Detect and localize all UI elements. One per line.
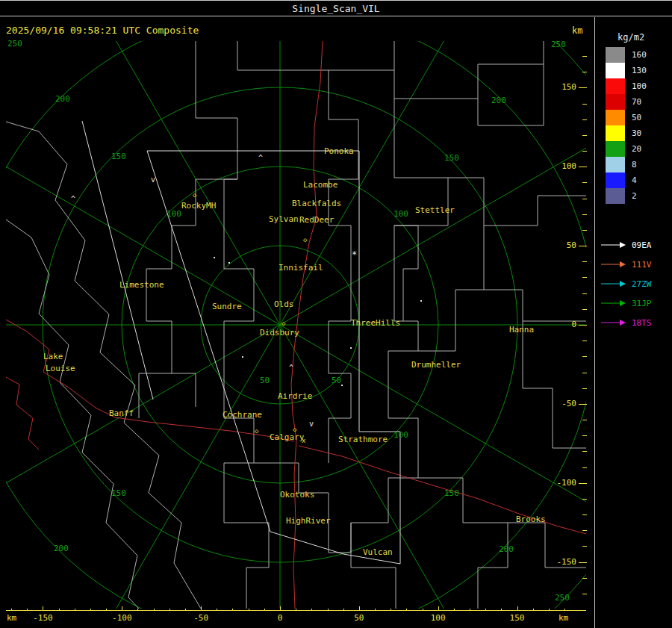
right-axis-tick: [579, 246, 587, 246]
scale-value: 50: [632, 110, 641, 125]
bottom-axis-minor-tick: [423, 609, 423, 611]
bottom-axis-tick: [201, 606, 202, 611]
bottom-axis-tick: [359, 606, 360, 611]
bottom-axis-minor-tick: [137, 609, 138, 611]
right-axis-minor-tick: [582, 293, 587, 294]
track-id: 111V: [632, 260, 652, 270]
bottom-axis-tick: [280, 606, 281, 611]
bottom-axis-minor-tick: [154, 609, 155, 611]
right-axis-minor-tick: [582, 230, 587, 231]
bottom-axis-minor-tick: [343, 609, 344, 611]
right-axis-label: 50: [556, 240, 576, 250]
legend-unit-label: kg/m2: [617, 32, 644, 43]
scale-value: 20: [632, 141, 641, 157]
scale-entry: 70: [606, 94, 647, 110]
scan-boundary: [82, 121, 400, 564]
right-axis-minor-tick: [582, 451, 587, 452]
bottom-axis-minor-tick: [406, 609, 407, 611]
right-axis-minor-tick: [582, 104, 587, 105]
scale-swatch: [606, 125, 625, 141]
track-arrow-icon: [601, 319, 626, 326]
track-arrow-icon: [601, 241, 626, 249]
track-id: 31JP: [632, 299, 652, 308]
track-arrow-icon: [601, 280, 626, 287]
bottom-axis-minor-tick: [217, 609, 217, 611]
bottom-axis-minor-tick: [90, 609, 91, 611]
scale-value: 2: [632, 188, 637, 204]
scale-swatch: [606, 78, 625, 94]
right-axis-minor-tick: [582, 594, 587, 594]
right-axis-tick: [579, 167, 587, 167]
track-entry: 18TS: [601, 313, 652, 332]
scale-entry: 50: [606, 110, 647, 125]
right-axis-tick: [579, 562, 587, 563]
track-id: 27ZW: [632, 279, 652, 289]
right-axis-minor-tick: [582, 388, 587, 389]
color-scale: 16013010070503020842: [606, 47, 647, 204]
track-entry: 27ZW: [601, 274, 652, 293]
bottom-axis-minor-tick: [106, 609, 107, 611]
right-axis-tick: [579, 483, 587, 484]
right-axis-minor-tick: [582, 373, 587, 373]
bottom-axis-tick: [122, 606, 122, 611]
scale-value: 160: [632, 47, 647, 63]
bottom-axis-label: -50: [184, 613, 217, 623]
right-axis-label: -150: [556, 557, 576, 567]
scale-swatch: [606, 63, 625, 78]
bottom-axis-minor-tick: [564, 609, 565, 611]
right-axis-minor-tick: [582, 420, 587, 420]
right-axis-minor-tick: [582, 309, 587, 310]
right-axis-minor-tick: [582, 182, 587, 183]
bottom-axis-label: 0: [264, 613, 296, 623]
scale-entry: 100: [606, 78, 647, 94]
right-axis-minor-tick: [582, 72, 587, 72]
scale-entry: 4: [606, 172, 647, 188]
track-entry: 31JP: [601, 293, 652, 313]
scale-swatch: [606, 110, 625, 125]
right-axis-label: -50: [556, 399, 576, 408]
bottom-axis-unit-left: km: [7, 613, 16, 623]
track-id: 09EA: [632, 240, 652, 250]
scale-entry: 130: [606, 63, 647, 78]
scale-entry: 30: [606, 125, 647, 141]
scale-value: 130: [632, 63, 647, 78]
scale-value: 8: [632, 157, 637, 172]
right-axis-minor-tick: [582, 467, 587, 468]
scale-entry: 20: [606, 141, 647, 157]
right-axis-minor-tick: [582, 546, 587, 547]
scale-entry: 160: [606, 47, 647, 63]
bottom-axis-label: -100: [105, 613, 138, 623]
bottom-axis-minor-tick: [533, 609, 534, 611]
bottom-axis-minor-tick: [11, 609, 12, 611]
scale-value: 70: [632, 94, 641, 110]
track-legend: 09EA111V27ZW31JP18TS: [601, 235, 652, 332]
right-axis-label: 150: [556, 82, 576, 92]
right-axis-minor-tick: [582, 578, 587, 579]
right-axis-minor-tick: [582, 214, 587, 215]
right-axis-tick: [579, 325, 587, 326]
bottom-axis-minor-tick: [501, 609, 502, 611]
right-axis-minor-tick: [582, 119, 587, 120]
bottom-axis-minor-tick: [185, 609, 186, 611]
right-axis-label: 100: [556, 161, 576, 171]
scale-entry: 8: [606, 157, 647, 172]
track-entry: 09EA: [601, 235, 652, 255]
right-axis-minor-tick: [582, 135, 587, 136]
bottom-axis-tick: [43, 606, 43, 611]
scale-value: 30: [632, 125, 641, 141]
bottom-axis-unit-right: km: [559, 613, 568, 623]
scale-value: 100: [632, 78, 647, 94]
right-axis-minor-tick: [582, 514, 587, 515]
track-entry: 111V: [601, 255, 652, 274]
bottom-axis-label: -150: [26, 613, 59, 623]
map-canvas[interactable]: [0, 0, 672, 628]
bottom-axis-minor-tick: [75, 609, 75, 611]
right-axis-minor-tick: [582, 199, 587, 199]
scale-entry: 2: [606, 188, 647, 204]
scale-swatch: [606, 188, 625, 204]
scale-swatch: [606, 94, 625, 110]
right-axis-minor-tick: [582, 530, 587, 531]
bottom-axis-label: 100: [422, 613, 455, 623]
bottom-axis-minor-tick: [232, 609, 233, 611]
bottom-axis-minor-tick: [169, 609, 170, 611]
